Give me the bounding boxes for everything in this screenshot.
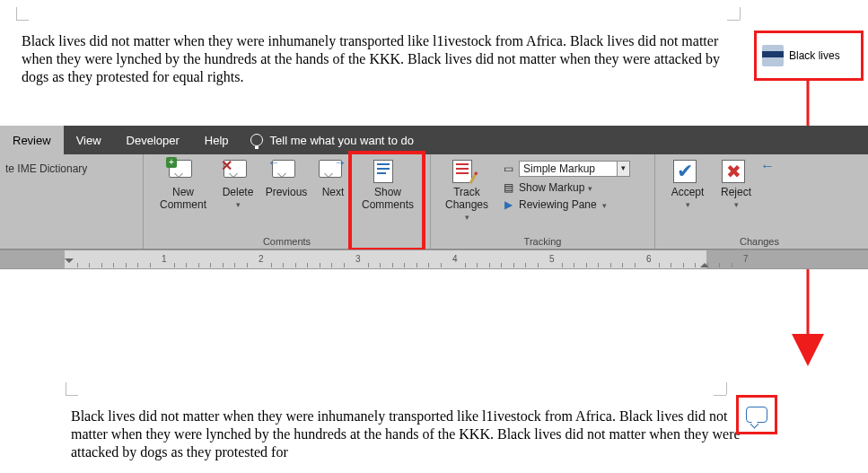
ruler-number: 2 [259, 254, 264, 264]
pane-icon: ▶ [501, 198, 515, 211]
ruler-number: 6 [646, 254, 652, 264]
display-for-review-dropdown[interactable]: ▭ Simple Markup▾ [499, 160, 632, 178]
next-comment-label: Next [322, 187, 345, 199]
tab-view[interactable]: View [64, 126, 114, 154]
new-comment-button[interactable]: + New Comment [151, 158, 215, 212]
show-markup-label: Show Markup [519, 181, 584, 194]
chevron-down-icon: ▾ [588, 184, 592, 193]
ribbon-tabstrip: Review View Developer Help Tell me what … [0, 126, 868, 154]
horizontal-ruler[interactable]: 1234567 [0, 250, 868, 269]
previous-comment-label: Previous [266, 187, 308, 199]
chevron-down-icon: ▾ [236, 200, 241, 209]
group-changes-label: Changes [662, 232, 783, 249]
next-change-arrow[interactable]: ← [759, 158, 776, 174]
chevron-down-icon: ▾ [602, 201, 607, 210]
tell-me-search[interactable]: Tell me what you want to do [241, 126, 414, 154]
crop-mark [714, 395, 726, 396]
ruler-number: 7 [743, 254, 749, 264]
track-changes-button[interactable]: Track Changes ▾ [438, 158, 495, 222]
tell-me-placeholder: Tell me what you want to do [270, 134, 414, 147]
group-changes: ✔ Accept ▾ ✖ Reject ▾ ← Changes [655, 154, 790, 249]
reviewing-pane-dropdown[interactable]: ▶ Reviewing Pane ▾ [499, 197, 632, 212]
tab-help[interactable]: Help [192, 126, 241, 154]
tab-review[interactable]: Review [0, 126, 64, 154]
comment-author-avatar [762, 45, 784, 66]
plus-icon: + [166, 157, 177, 168]
track-changes-label: Track Changes [438, 187, 495, 212]
chevron-down-icon: ▾ [465, 213, 469, 222]
ruler-number: 1 [162, 254, 167, 264]
crop-mark [16, 7, 17, 20]
crop-mark [727, 20, 740, 21]
reject-label: Reject [721, 187, 751, 199]
show-comments-button[interactable]: Show Comments [354, 158, 422, 212]
speech-bubble-icon [746, 407, 767, 423]
tab-developer[interactable]: Developer [114, 126, 192, 154]
ime-group: te IME Dictionary [0, 154, 144, 249]
accept-label: Accept [671, 187, 705, 199]
comment-bubble-expanded[interactable]: Black lives [754, 31, 864, 81]
comment-preview-text: Black lives [789, 49, 840, 62]
show-comments-label: Show Comments [354, 187, 422, 212]
ruler-number: 3 [355, 254, 361, 264]
lightbulb-icon [250, 134, 263, 146]
x-icon: ✖ [726, 161, 741, 182]
crop-mark [66, 395, 78, 396]
markup-icon: ▭ [501, 162, 515, 175]
reject-button[interactable]: ✖ Reject ▾ [713, 158, 759, 209]
display-for-review-value: Simple Markup [519, 161, 618, 177]
new-comment-label: New Comment [151, 187, 215, 212]
comment-indicator-collapsed[interactable] [736, 395, 777, 434]
ribbon: Review View Developer Help Tell me what … [0, 126, 868, 269]
chevron-down-icon[interactable]: ▾ [618, 161, 630, 177]
arrow-left-icon: ← [267, 155, 280, 170]
crop-mark [740, 7, 741, 20]
group-tracking: Track Changes ▾ ▭ Simple Markup▾ ▤ Show … [431, 154, 655, 249]
checkmark-icon: ✔ [677, 160, 693, 183]
ime-dictionary-label[interactable]: te IME Dictionary [5, 162, 87, 175]
document-paragraph-top[interactable]: Black lives did not matter when they wer… [22, 32, 740, 86]
delete-comment-label: Delete [223, 187, 254, 199]
previous-comment-button[interactable]: ← Previous [260, 158, 312, 199]
crop-mark [16, 20, 29, 21]
x-icon: ✕ [221, 157, 232, 174]
group-comments: + New Comment ✕ Delete ▾ ← Previous → Ne… [144, 154, 431, 249]
group-tracking-label: Tracking [438, 232, 647, 249]
chevron-down-icon: ▾ [686, 200, 690, 209]
reviewing-pane-label: Reviewing Pane [519, 198, 597, 211]
show-markup-dropdown[interactable]: ▤ Show Markup ▾ [499, 180, 632, 195]
ruler-number: 5 [549, 254, 555, 264]
crop-mark [66, 382, 66, 395]
right-indent-marker[interactable] [700, 258, 709, 267]
first-line-indent-marker[interactable] [65, 258, 74, 267]
ribbon-body: te IME Dictionary + New Comment ✕ Delete… [0, 154, 868, 250]
arrow-right-icon: → [334, 155, 346, 170]
ruler-number: 4 [452, 254, 458, 264]
delete-comment-button[interactable]: ✕ Delete ▾ [215, 158, 260, 209]
document-icon: ▤ [501, 181, 515, 194]
next-comment-button[interactable]: → Next [312, 158, 354, 199]
group-comments-label: Comments [151, 232, 423, 249]
chevron-down-icon: ▾ [734, 200, 739, 209]
document-paragraph-bottom[interactable]: Black lives did not matter when they wer… [71, 407, 744, 461]
crop-mark [726, 382, 727, 395]
accept-button[interactable]: ✔ Accept ▾ [662, 158, 713, 209]
ruler-left-margin [0, 250, 65, 268]
